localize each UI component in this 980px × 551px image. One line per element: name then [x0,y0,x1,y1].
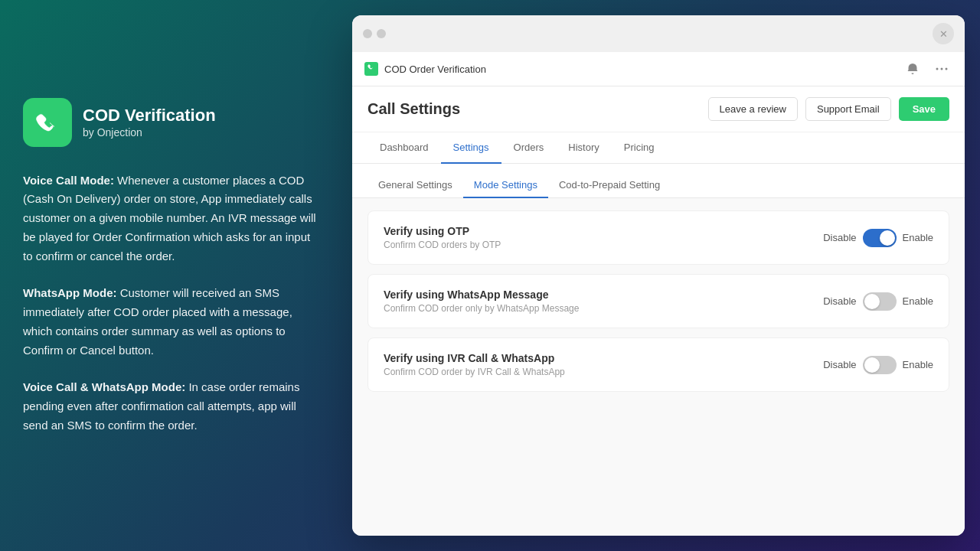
toggle-ivr[interactable] [863,356,897,374]
desc-combo-heading: Voice Call & WhatsApp Mode: [23,380,185,393]
more-options-icon[interactable] [931,58,952,80]
setting-title-ivr: Verify using IVR Call & WhatsApp [384,352,565,364]
primary-tabs: Dashboard Settings Orders History Pricin… [352,132,965,164]
settings-content: Verify using OTP Confirm COD orders by O… [352,198,965,536]
tab-settings[interactable]: Settings [441,132,501,164]
setting-info-whatsapp: Verify using WhatsApp Message Confirm CO… [384,289,579,314]
toggle-disable-label-whatsapp: Disable [823,295,856,307]
browser-chrome: ✕ [352,15,965,52]
toggle-thumb-ivr [864,357,880,373]
secondary-tabs: General Settings Mode Settings Cod-to-Pr… [352,164,965,198]
toggle-enable-label-otp: Enable [903,232,933,243]
notification-icon[interactable] [902,58,923,80]
toggle-thumb-whatsapp [864,294,880,309]
toggle-wrapper-otp: Disable Enable [823,229,933,247]
leave-review-button[interactable]: Leave a review [708,97,798,121]
subtab-mode-settings[interactable]: Mode Settings [463,173,548,198]
svg-point-0 [936,68,939,70]
top-bar-title: COD Order Verification [384,64,486,75]
app-name: COD Verification [83,106,216,126]
app-indicator-icon [364,62,378,76]
top-bar: COD Order Verification [352,52,965,86]
top-bar-left: COD Order Verification [364,62,486,76]
desc-whatsapp-heading: WhatsApp Mode: [23,286,116,299]
setting-desc-whatsapp: Confirm COD order only by WhatsApp Messa… [384,303,579,314]
support-email-button[interactable]: Support Email [805,97,891,121]
app-content: COD Order Verification Call Settings Lea… [352,52,965,536]
svg-point-2 [946,68,948,70]
setting-title-otp: Verify using OTP [384,225,501,237]
setting-desc-otp: Confirm COD orders by OTP [384,240,501,250]
setting-title-whatsapp: Verify using WhatsApp Message [384,289,579,301]
page-title: Call Settings [368,100,460,118]
toggle-enable-label-ivr: Enable [903,359,933,370]
setting-card-ivr: Verify using IVR Call & WhatsApp Confirm… [368,337,949,392]
top-bar-right [902,58,952,80]
save-button[interactable]: Save [899,97,949,121]
toggle-wrapper-whatsapp: Disable Enable [823,292,933,311]
app-title: COD Verification by Onjection [83,106,216,138]
desc-voice-call-heading: Voice Call Mode: [23,174,114,187]
toggle-whatsapp[interactable] [863,292,897,311]
browser-dot-1 [363,29,372,38]
setting-info-ivr: Verify using IVR Call & WhatsApp Confirm… [384,352,565,377]
toggle-otp[interactable] [863,229,897,247]
setting-info-otp: Verify using OTP Confirm COD orders by O… [384,225,501,250]
toggle-disable-label-otp: Disable [823,232,856,243]
subtab-general-settings[interactable]: General Settings [368,173,463,198]
tab-pricing[interactable]: Pricing [612,132,667,164]
desc-combo: Voice Call & WhatsApp Mode: In case orde… [23,378,322,435]
setting-desc-ivr: Confirm COD order by IVR Call & WhatsApp [384,367,565,377]
page-header: Call Settings Leave a review Support Ema… [352,86,965,132]
subtab-cod-to-prepaid[interactable]: Cod-to-Prepaid Setting [548,173,671,198]
tab-history[interactable]: History [556,132,611,164]
browser-dot-2 [377,29,386,38]
setting-card-otp: Verify using OTP Confirm COD orders by O… [368,210,949,265]
left-panel: COD Verification by Onjection Voice Call… [0,67,352,484]
toggle-disable-label-ivr: Disable [823,359,856,370]
tab-dashboard[interactable]: Dashboard [368,132,441,164]
app-icon [23,98,72,147]
close-icon: ✕ [939,28,948,40]
toggle-thumb-otp [880,230,895,246]
browser-close-button[interactable]: ✕ [933,23,954,44]
toggle-enable-label-whatsapp: Enable [903,295,933,307]
browser-window: ✕ COD Order Verification Call Set [352,15,965,536]
tab-orders[interactable]: Orders [501,132,557,164]
toggle-wrapper-ivr: Disable Enable [823,356,933,374]
header-actions: Leave a review Support Email Save [708,97,949,121]
desc-voice-call: Voice Call Mode: Whenever a customer pla… [23,171,322,266]
svg-point-1 [941,68,943,70]
setting-card-whatsapp: Verify using WhatsApp Message Confirm CO… [368,274,949,328]
desc-whatsapp: WhatsApp Mode: Customer will received an… [23,284,322,360]
browser-dots [363,29,386,38]
app-subtitle: by Onjection [83,126,216,139]
app-header: COD Verification by Onjection [23,98,322,147]
